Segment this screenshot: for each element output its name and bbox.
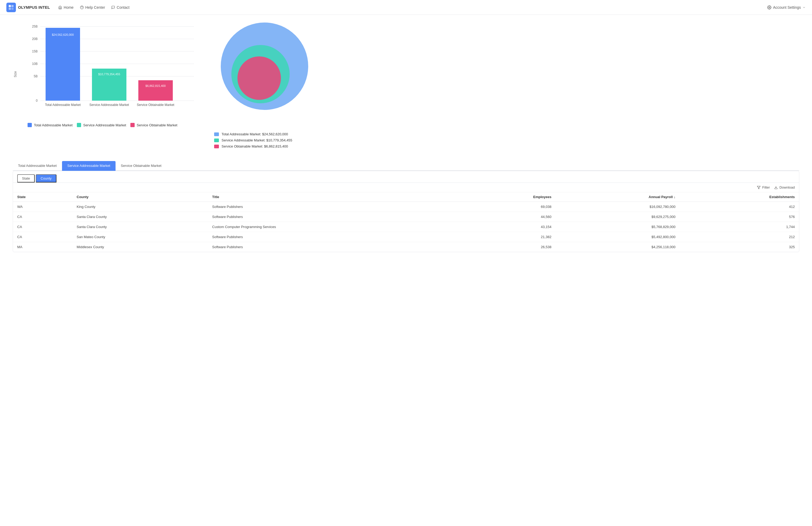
cell-payroll: $5,768,829,000 bbox=[556, 222, 680, 232]
bubble-legend: Total Addressable Market: $24,562,620,00… bbox=[214, 132, 315, 148]
download-button[interactable]: Download bbox=[774, 185, 795, 190]
gear-icon bbox=[767, 5, 771, 10]
tab-total-addressable-market[interactable]: Total Addressable Market bbox=[13, 161, 62, 171]
cell-establishments: 212 bbox=[680, 232, 799, 242]
bubble-chart-container: Total Addressable Market: $24,562,620,00… bbox=[214, 21, 315, 150]
brand-icon bbox=[6, 3, 16, 12]
legend-tam: Total Addressable Market bbox=[28, 123, 73, 127]
cell-employees: 26,538 bbox=[462, 242, 556, 252]
table-row: CA San Mateo County Software Publishers … bbox=[13, 232, 799, 242]
market-tabs: Total Addressable Market Service Address… bbox=[13, 161, 799, 171]
cell-payroll: $16,092,780,000 bbox=[556, 202, 680, 212]
chevron-down-icon bbox=[802, 6, 806, 9]
filter-icon bbox=[757, 186, 760, 190]
cell-state: MA bbox=[13, 242, 72, 252]
legend-sam: Service Addressable Market bbox=[77, 123, 126, 127]
bar-chart-svg-area: 25B 20B 15B 10B 5B 0 $24,562,620,000 bbox=[20, 21, 198, 117]
table-sub-tabs: State County bbox=[13, 171, 799, 183]
svg-text:0: 0 bbox=[36, 99, 38, 103]
col-payroll: Annual Payroll ↓ bbox=[556, 192, 680, 202]
col-county: County bbox=[72, 192, 208, 202]
legend-color-tam bbox=[28, 123, 32, 127]
cell-county: Santa Clara County bbox=[72, 222, 208, 232]
bar-chart-wrap: Size 25B 20B bbox=[13, 21, 198, 127]
svg-rect-0 bbox=[9, 5, 11, 7]
brand: OLYMPUS INTEL bbox=[6, 3, 50, 12]
charts-row: Size 25B 20B bbox=[13, 15, 799, 161]
bar-chart-legend: Total Addressable Market Service Address… bbox=[20, 123, 198, 127]
legend-som: Service Obtainable Market bbox=[130, 123, 177, 127]
svg-text:15B: 15B bbox=[32, 49, 38, 53]
cell-title: Software Publishers bbox=[208, 242, 462, 252]
brand-name: OLYMPUS INTEL bbox=[18, 5, 50, 10]
bar-chart-inner: 25B 20B 15B 10B 5B 0 $24,562,620,000 bbox=[20, 21, 198, 127]
legend-color-som bbox=[130, 123, 135, 127]
tab-service-obtainable-market[interactable]: Service Obtainable Market bbox=[116, 161, 167, 171]
legend-label-sam: Service Addressable Market bbox=[83, 123, 126, 127]
table-head: State County Title Employees Annual Payr… bbox=[13, 192, 799, 202]
cell-employees: 43,154 bbox=[462, 222, 556, 232]
nav-home[interactable]: Home bbox=[58, 5, 73, 10]
bar-chart-container: Size 25B 20B bbox=[13, 21, 198, 127]
col-establishments: Establishments bbox=[680, 192, 799, 202]
cell-payroll: $5,492,800,000 bbox=[556, 232, 680, 242]
bubble-chart-svg bbox=[214, 21, 315, 127]
download-icon bbox=[774, 186, 778, 190]
bubble-legend-label-sam: Service Addressable Market: $10,779,354,… bbox=[221, 138, 292, 142]
svg-rect-2 bbox=[9, 7, 11, 10]
cell-title: Software Publishers bbox=[208, 212, 462, 222]
svg-text:Service Addressable Market: Service Addressable Market bbox=[89, 103, 129, 107]
cell-state: CA bbox=[13, 212, 72, 222]
svg-text:25B: 25B bbox=[32, 25, 38, 28]
col-title: Title bbox=[208, 192, 462, 202]
cell-state: WA bbox=[13, 202, 72, 212]
subtab-state[interactable]: State bbox=[17, 174, 35, 182]
cell-county: Middlesex County bbox=[72, 242, 208, 252]
cell-county: Santa Clara County bbox=[72, 212, 208, 222]
bubble-legend-sam: Service Addressable Market: $10,779,354,… bbox=[214, 138, 315, 142]
svg-text:$6,862,815,400: $6,862,815,400 bbox=[145, 84, 165, 87]
cell-payroll: $9,629,275,000 bbox=[556, 212, 680, 222]
cell-county: King County bbox=[72, 202, 208, 212]
cell-state: CA bbox=[13, 222, 72, 232]
data-table: State County Title Employees Annual Payr… bbox=[13, 192, 799, 252]
svg-rect-3 bbox=[11, 7, 14, 10]
table-section: State County Filter Download State Count… bbox=[13, 171, 799, 252]
navbar: OLYMPUS INTEL Home Help Center Contact A… bbox=[0, 0, 812, 15]
cell-state: CA bbox=[13, 232, 72, 242]
nav-contact[interactable]: Contact bbox=[111, 5, 129, 10]
col-state: State bbox=[13, 192, 72, 202]
main-content: Size 25B 20B bbox=[0, 15, 812, 263]
col-employees: Employees bbox=[462, 192, 556, 202]
cell-employees: 44,560 bbox=[462, 212, 556, 222]
nav-links: Home Help Center Contact bbox=[58, 5, 767, 10]
bubble-legend-label-tam: Total Addressable Market: $24,562,620,00… bbox=[221, 132, 288, 136]
table-header-row: State County Title Employees Annual Payr… bbox=[13, 192, 799, 202]
bubble-legend-som: Service Obtainable Market: $6,862,815,40… bbox=[214, 144, 315, 148]
y-axis-label: Size bbox=[13, 21, 18, 127]
bubble-legend-color-sam bbox=[214, 138, 219, 142]
svg-rect-1 bbox=[11, 5, 14, 7]
subtab-county[interactable]: County bbox=[36, 174, 56, 182]
cell-payroll: $4,256,118,000 bbox=[556, 242, 680, 252]
svg-point-6 bbox=[769, 7, 770, 8]
bubble-legend-label-som: Service Obtainable Market: $6,862,815,40… bbox=[221, 144, 288, 148]
svg-text:Total Addressable Market: Total Addressable Market bbox=[45, 103, 81, 107]
legend-color-sam bbox=[77, 123, 81, 127]
filter-button[interactable]: Filter bbox=[757, 185, 770, 190]
cell-employees: 69,038 bbox=[462, 202, 556, 212]
cell-establishments: 412 bbox=[680, 202, 799, 212]
cell-establishments: 1,744 bbox=[680, 222, 799, 232]
svg-text:5B: 5B bbox=[34, 74, 38, 78]
tab-service-addressable-market[interactable]: Service Addressable Market bbox=[62, 161, 116, 171]
legend-label-tam: Total Addressable Market bbox=[34, 123, 73, 127]
legend-label-som: Service Obtainable Market bbox=[137, 123, 177, 127]
cell-establishments: 325 bbox=[680, 242, 799, 252]
cell-establishments: 576 bbox=[680, 212, 799, 222]
nav-help[interactable]: Help Center bbox=[80, 5, 105, 10]
cell-title: Custom Computer Programming Services bbox=[208, 222, 462, 232]
bar-tam bbox=[46, 28, 80, 101]
circle-som bbox=[237, 56, 281, 100]
account-settings[interactable]: Account Settings bbox=[767, 5, 806, 10]
cell-employees: 21,382 bbox=[462, 232, 556, 242]
